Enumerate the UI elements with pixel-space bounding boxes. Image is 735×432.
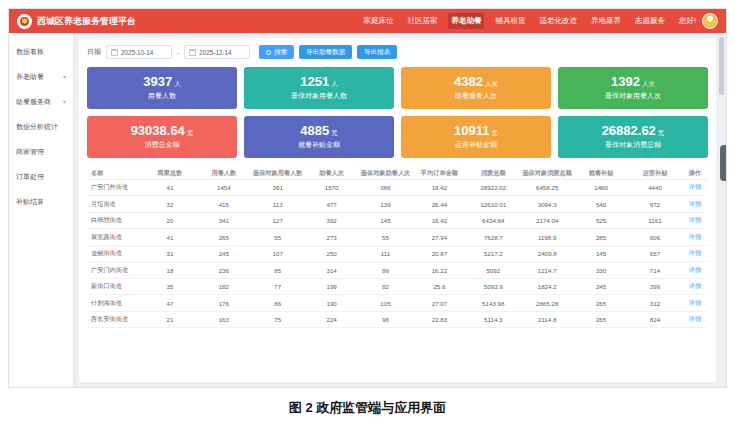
stat-unit: 元 [491, 129, 498, 136]
sidebar-item[interactable]: 订单处理 [9, 164, 73, 189]
stat-value: 1392人次 [611, 75, 655, 89]
detail-link[interactable]: 详情 [689, 183, 701, 190]
value-cell: 6458.25 [520, 179, 574, 196]
stat-label: 基保对象消费总额 [605, 140, 661, 150]
sidebar-item-label: 商家管理 [16, 147, 44, 157]
nav-item[interactable]: 社区居家 [404, 13, 440, 29]
side-widget-handle[interactable] [720, 145, 726, 181]
start-date-input[interactable]: 2025-10-14 [106, 45, 172, 59]
stat-card: 1392人次基保对象用餐人次 [558, 67, 708, 109]
nav-item[interactable]: 志愿服务 [632, 13, 668, 29]
street-name-cell: 什刹海街道 [87, 295, 143, 312]
stat-label: 用餐人数 [148, 91, 176, 101]
table-row: 新街口街道35182771998225.65093.91824.2245399详… [87, 278, 708, 295]
value-cell: 139 [359, 196, 413, 213]
detail-link[interactable]: 详情 [689, 249, 701, 256]
value-cell: 265 [574, 311, 628, 328]
table-row: 广安门外街道411454361157038618.4228922.026458.… [87, 179, 708, 196]
value-cell: 1198.9 [520, 229, 574, 246]
export-meal-data-button[interactable]: 导出助餐数据 [299, 45, 352, 59]
stat-card: 4382人次助餐服务人次 [401, 67, 551, 109]
sidebar-item[interactable]: 数据看板 [9, 39, 73, 64]
value-cell: 41 [143, 179, 197, 196]
value-cell: 22.83 [412, 311, 466, 328]
window-scrollbar[interactable] [719, 37, 724, 383]
nav-item[interactable]: 家庭床位 [360, 13, 396, 29]
nav-item[interactable]: 异地康养 [588, 13, 624, 29]
nav-item[interactable]: 养老助餐 [448, 13, 484, 29]
stat-value: 10911元 [454, 124, 498, 138]
value-cell: 26.44 [412, 196, 466, 213]
value-cell: 16.42 [412, 212, 466, 229]
sidebar-item[interactable]: 补贴结算 [9, 189, 73, 214]
value-cell: 1454 [197, 179, 251, 196]
action-cell: 详情 [682, 295, 708, 312]
detail-link[interactable]: 详情 [689, 266, 701, 273]
value-cell: 86 [251, 295, 305, 312]
value-cell: 477 [305, 196, 359, 213]
main-panel: 日期 2025-10-14 - 2025-12-14 搜索 导出助餐数据 导出报… [79, 38, 716, 382]
value-cell: 16.22 [412, 262, 466, 279]
detail-link[interactable]: 详情 [689, 315, 701, 322]
sidebar-item[interactable]: 商家管理 [9, 139, 73, 164]
value-cell: 41 [143, 229, 197, 246]
detail-link[interactable]: 详情 [689, 216, 701, 223]
street-name-cell: 广安门外街道 [87, 179, 143, 196]
stat-value: 4382人次 [454, 75, 498, 89]
export-report-button[interactable]: 导出报表 [357, 45, 397, 59]
value-cell: 606 [628, 229, 682, 246]
table-column-header: 基保对象用餐人数 [251, 167, 305, 179]
search-button[interactable]: 搜索 [259, 45, 294, 59]
detail-link[interactable]: 详情 [689, 282, 701, 289]
value-cell: 415 [197, 196, 251, 213]
value-cell: 5092 [466, 262, 520, 279]
table-column-header: 名称 [87, 167, 143, 179]
detail-link[interactable]: 详情 [689, 299, 701, 306]
start-date-value: 2025-10-14 [121, 49, 153, 56]
sidebar-item[interactable]: 助餐服务商▾ [9, 89, 73, 114]
value-cell: 20 [143, 212, 197, 229]
stat-label: 基保对象用餐人次 [605, 91, 661, 101]
value-cell: 5114.3 [466, 311, 520, 328]
value-cell: 145 [574, 245, 628, 262]
filter-row: 日期 2025-10-14 - 2025-12-14 搜索 导出助餐数据 导出报… [87, 45, 708, 59]
scrollbar-thumb[interactable] [719, 37, 724, 95]
nav-item[interactable]: 适老化改造 [536, 13, 580, 29]
value-cell: 386 [359, 179, 413, 196]
sidebar-item[interactable]: 养老助餐▾ [9, 64, 73, 89]
table-row: 什刹海街道471768619010527.075143.982865.28265… [87, 295, 708, 312]
end-date-input[interactable]: 2025-12-14 [184, 45, 250, 59]
user-avatar[interactable] [702, 13, 718, 29]
value-cell: 89 [359, 262, 413, 279]
table-column-header: 消费总额 [466, 167, 520, 179]
calendar-icon [189, 49, 196, 56]
nav-item[interactable]: 您好! [676, 13, 699, 29]
detail-link[interactable]: 详情 [689, 200, 701, 207]
top-nav: 家庭床位社区居家养老助餐辅具租赁适老化改造异地康养志愿服务您好! [360, 13, 699, 29]
value-cell: 7628.7 [466, 229, 520, 246]
value-cell: 540 [574, 196, 628, 213]
search-button-label: 搜索 [274, 48, 287, 57]
value-cell: 236 [197, 262, 251, 279]
value-cell: 96 [359, 311, 413, 328]
value-cell: 361 [251, 179, 305, 196]
nav-item[interactable]: 辅具租赁 [492, 13, 528, 29]
body-row: 数据看板养老助餐▾助餐服务商▾数据分析统计商家管理订单处理补贴结算 日期 202… [9, 33, 726, 387]
calendar-icon [111, 49, 118, 56]
table-column-header: 助餐人次 [305, 167, 359, 179]
stat-unit: 元 [658, 129, 665, 136]
detail-link[interactable]: 详情 [689, 233, 701, 240]
search-icon [266, 50, 271, 55]
app-window: 西城区养老服务管理平台 家庭床位社区居家养老助餐辅具租赁适老化改造异地康养志愿服… [8, 8, 727, 388]
value-cell: 12610.01 [466, 196, 520, 213]
sidebar-item[interactable]: 数据分析统计 [9, 114, 73, 139]
value-cell: 1570 [305, 179, 359, 196]
stat-label: 运营补贴金额 [455, 140, 497, 150]
value-cell: 32 [143, 196, 197, 213]
value-cell: 18.42 [412, 179, 466, 196]
date-range-separator: - [177, 49, 179, 56]
value-cell: 273 [305, 229, 359, 246]
street-stats-table: 名称商家总数用餐人数基保对象用餐人数助餐人次基保对象助餐人次平均订单金额消费总额… [87, 167, 708, 328]
value-cell: 2865.28 [520, 295, 574, 312]
value-cell: 5217.2 [466, 245, 520, 262]
